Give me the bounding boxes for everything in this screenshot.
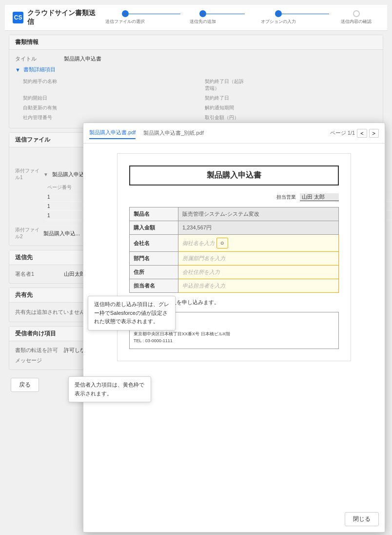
document-info-section: 書類情報 タイトル 製品購入申込書 ▼ 書類詳細項目 契約相手の名称 契約終 (9, 35, 383, 128)
address-placeholder: 会社住所を入力 (182, 269, 220, 275)
step-3-label: オプションの入力 (261, 19, 296, 25)
doc-salesrep-row: 担当営業 山田 太郎 (129, 193, 339, 201)
company-lookup-btn[interactable]: ⊙ (216, 238, 228, 248)
chevron-down-icon: ▼ (15, 67, 20, 73)
modal-close-button[interactable]: 閉じる (345, 512, 379, 526)
attachment-1-label: 添付ファイル1 (15, 167, 39, 181)
doc-company-row: 会社名 御社名を入力 ⊙ (130, 235, 339, 252)
header-left: CS クラウドサイン書類送信 (13, 9, 98, 26)
page-title: クラウドサイン書類送信 (27, 9, 98, 26)
footer-tel: TEL : 03-0000-1111 (134, 337, 334, 344)
dept-placeholder: 所属部門名を入力 (182, 255, 225, 261)
doc-company-cell: 御社名を入力 ⊙ (178, 235, 339, 252)
signer-value: 山田太郎 (64, 270, 85, 278)
doc-title: 製品購入申込書 (129, 165, 339, 185)
step-1-circle: ● (122, 10, 129, 17)
detail-item-6: 契約終了日 (205, 94, 377, 103)
doc-address-row: 住所 会社住所を入力 (130, 266, 339, 279)
detail-item-5: 契約終了日（起訴雲端） (205, 77, 377, 93)
contact-placeholder: 申込担当者を入力 (182, 283, 225, 288)
modal-pagination: ページ 1/1 < > (330, 129, 379, 138)
detail-label-2: 契約開始日 (23, 95, 62, 102)
detail-item-3: 自動更新の有無 (23, 103, 195, 112)
signer-label: 署名者1 (15, 270, 64, 278)
message-label: メッセージ (15, 357, 64, 364)
step-1: ● 送信ファイルの選択 (98, 10, 153, 25)
footer-address: 東京都中央区日本橋丁目XX番X号 日本橋ビルX階 (134, 330, 334, 337)
step-4: 送信内容の確認 (333, 10, 379, 25)
detail-label-5: 契約終了日（起訴雲端） (205, 78, 244, 92)
step-4-circle (353, 10, 360, 17)
salesrep-label: 担当営業 (276, 194, 296, 201)
detail-label-6: 契約終了日 (205, 95, 244, 102)
doc-product-value: 販売管理システム-システム変改 (178, 207, 339, 221)
attachment-2-name: 製品購入申込... (43, 230, 80, 237)
detail-item-4: 社内管理番号 (23, 113, 195, 122)
header: CS クラウドサイン書類送信 ● 送信ファイルの選択 ● 送信先の追加 ● オプ… (5, 5, 387, 31)
step-2: ● 送信先の追加 (182, 10, 224, 25)
detail-toggle[interactable]: ▼ 書類詳細項目 (15, 64, 377, 75)
detail-item-2: 契約開始日 (23, 94, 195, 103)
tooltip-1-text: 送信時の差し込み項目は、グレー枠でSalesforceの値が設定された状態で表示… (94, 301, 169, 324)
title-value: 製品購入申込書 (64, 55, 101, 62)
doc-preview: 製品購入申込書 担当営業 山田 太郎 製品名 販売管理システム-システム変改 購… (83, 144, 385, 371)
company-field-row: 御社名を入力 ⊙ (182, 238, 334, 248)
detail-grid: 契約相手の名称 契約終了日（起訴雲端） 契約開始日 契約終了日 (15, 75, 377, 124)
doc-address-cell: 会社住所を入力 (178, 266, 339, 279)
doc-product-row: 製品名 販売管理システム-システム変改 (130, 207, 339, 221)
doc-dept-label: 部門名 (130, 252, 178, 266)
step-3-line (282, 14, 329, 14)
modal-header: 製品購入申込書.pdf 製品購入申込書_別紙.pdf ページ 1/1 < > (83, 123, 385, 144)
title-row: タイトル 製品購入申込書 (15, 54, 377, 64)
tooltip-yellow-fields: 受信者入力項目は、黄色枠で表示されます。 (68, 376, 151, 402)
doc-contact-cell: 申込担当者を入力 (178, 279, 339, 293)
step-indicator: ● 送信ファイルの選択 ● 送信先の追加 ● オプションの入力 送信内容の確認 (98, 10, 379, 25)
step-4-label: 送信内容の確認 (341, 19, 372, 25)
modal-tab-2[interactable]: 製品購入申込書_別紙.pdf (143, 127, 203, 139)
doc-purchase-value: 1,234,567円 (178, 221, 339, 235)
doc-purchase-label: 購入金額 (130, 221, 178, 235)
detail-label: 書類詳細項目 (23, 66, 56, 73)
doc-purchase-row: 購入金額 1,234,567円 (130, 221, 339, 235)
company-placeholder: 御社名を入力 (182, 240, 215, 247)
doc-dept-row: 部門名 所属部門名を入力 (130, 252, 339, 266)
document-info-body: タイトル 製品購入申込書 ▼ 書類詳細項目 契約相手の名称 契約終了日（起訴雲端… (9, 50, 383, 128)
step-2-circle: ● (199, 10, 206, 17)
doc-fields-table: 製品名 販売管理システム-システム変改 購入金額 1,234,567円 会社名 … (129, 207, 339, 293)
next-page-button[interactable]: > (369, 129, 379, 138)
expand-icon-1: ▼ (43, 172, 48, 177)
back-button[interactable]: 戻る (11, 378, 39, 392)
doc-address-label: 住所 (130, 266, 178, 279)
salesrep-value: 山田 太郎 (300, 193, 339, 201)
detail-label-3: 自動更新の有無 (23, 104, 62, 111)
step-2-line (206, 14, 245, 14)
title-label: タイトル (15, 55, 64, 62)
step-2-label: 送信先の追加 (190, 19, 216, 25)
doc-dept-cell: 所属部門名を入力 (178, 252, 339, 266)
step-3-circle: ● (275, 10, 282, 17)
detail-label-8: 取引金額（円） (205, 114, 244, 121)
prev-page-button[interactable]: < (357, 129, 367, 138)
detail-label-1: 契約相手の名称 (23, 78, 62, 92)
modal-tab-1[interactable]: 製品購入申込書.pdf (89, 127, 136, 139)
doc-contact-label: 担当者名 (130, 279, 178, 293)
attachment-2-label: 添付ファイル2 (15, 226, 39, 240)
doc-product-label: 製品名 (130, 207, 178, 221)
detail-item-8: 取引金額（円） (205, 113, 377, 122)
tooltip-2-text: 受信者入力項目は、黄色枠で表示されます。 (75, 382, 144, 396)
doc-company-label: 会社名 (130, 235, 178, 252)
step-1-label: 送信ファイルの選択 (105, 19, 145, 25)
step-1-line (129, 14, 180, 14)
forward-label: 書類の転送を許可 (15, 347, 64, 354)
pagination-text: ページ 1/1 (330, 129, 355, 137)
step-3: ● オプションの入力 (253, 10, 304, 25)
tooltip-gray-fields: 送信時の差し込み項目は、グレー枠でSalesforceの値が設定された状態で表示… (88, 296, 176, 330)
detail-item-1: 契約相手の名称 (23, 77, 195, 93)
app-logo: CS (13, 12, 23, 23)
doc-contact-row: 担当者名 申込担当者を入力 (130, 279, 339, 293)
detail-item-7: 解約通知期間 (205, 103, 377, 112)
detail-label-4: 社内管理番号 (23, 114, 62, 121)
document-info-header: 書類情報 (9, 35, 383, 50)
detail-label-7: 解約通知期間 (205, 104, 244, 111)
